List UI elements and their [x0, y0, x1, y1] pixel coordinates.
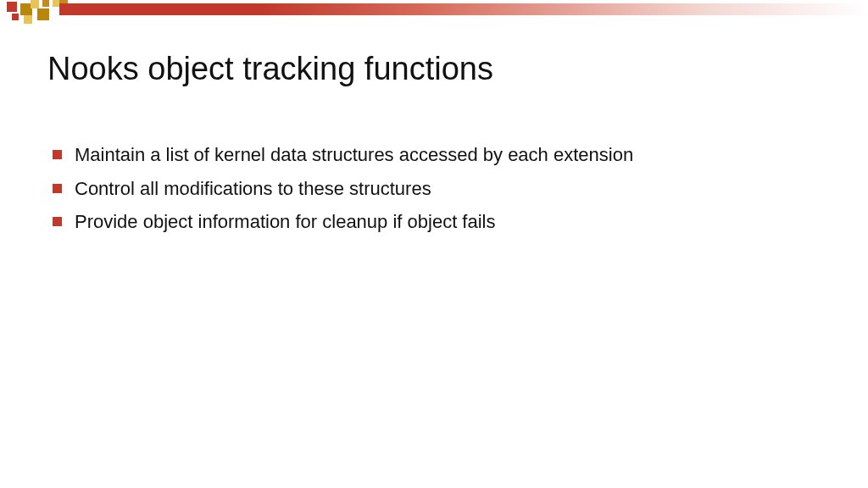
bullet-list: Maintain a list of kernel data structure…	[47, 142, 766, 243]
top-decoration	[0, 0, 868, 24]
square-icon	[7, 2, 17, 12]
bullet-text: Provide object information for cleanup i…	[75, 211, 495, 232]
list-item: Maintain a list of kernel data structure…	[47, 142, 766, 168]
square-icon	[20, 3, 32, 15]
square-icon	[53, 0, 59, 7]
top-red-gradient-bar	[59, 3, 868, 15]
list-item: Control all modifications to these struc…	[47, 176, 766, 202]
bullet-text: Control all modifications to these struc…	[75, 178, 431, 199]
square-icon	[59, 0, 68, 3]
slide-title: Nooks object tracking functions	[47, 51, 493, 87]
list-item: Provide object information for cleanup i…	[47, 209, 766, 235]
slide: Nooks object tracking functions Maintain…	[0, 0, 868, 488]
square-icon	[42, 0, 49, 7]
square-icon	[24, 15, 32, 24]
square-icon	[37, 8, 49, 20]
bullet-text: Maintain a list of kernel data structure…	[75, 144, 633, 165]
square-icon	[12, 14, 19, 20]
square-icon	[31, 0, 39, 8]
